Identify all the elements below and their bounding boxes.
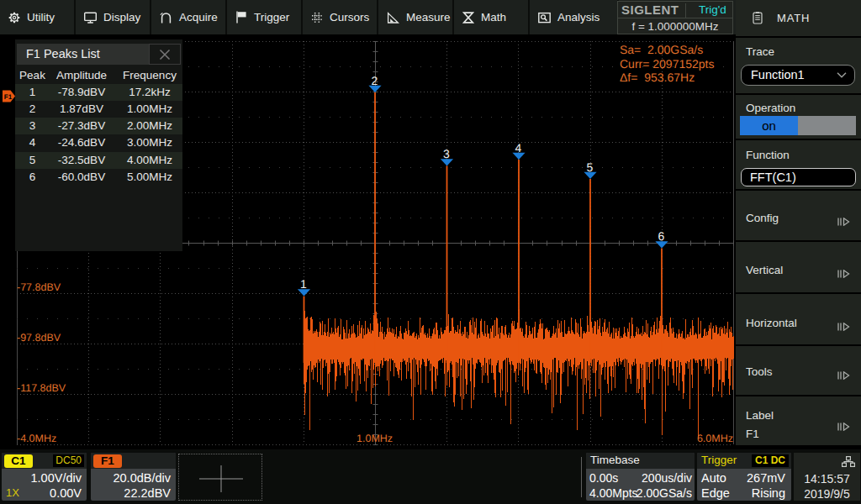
svg-text:Curr= 2097152pts: Curr= 2097152pts [620, 57, 714, 71]
svg-text:6.0MHz: 6.0MHz [697, 433, 733, 444]
svg-text:Δf= 953.67Hz: Δf= 953.67Hz [620, 71, 695, 84]
svg-text:-97.8dBV: -97.8dBV [17, 332, 61, 344]
svg-text:6: 6 [658, 229, 665, 243]
svg-text:-77.8dBV: -77.8dBV [17, 281, 61, 293]
svg-text:-117.8dBV: -117.8dBV [17, 382, 66, 394]
svg-text:1.0MHz: 1.0MHz [357, 433, 393, 444]
svg-text:1: 1 [300, 277, 307, 291]
svg-text:-4.0MHz: -4.0MHz [17, 433, 56, 444]
svg-text:3: 3 [443, 147, 450, 160]
svg-text:Sa= 2.00GSa/s: Sa= 2.00GSa/s [620, 43, 703, 56]
svg-text:2: 2 [372, 74, 378, 87]
svg-text:5: 5 [587, 160, 594, 174]
svg-text:4: 4 [515, 141, 522, 155]
svg-text:F1: F1 [4, 93, 13, 101]
